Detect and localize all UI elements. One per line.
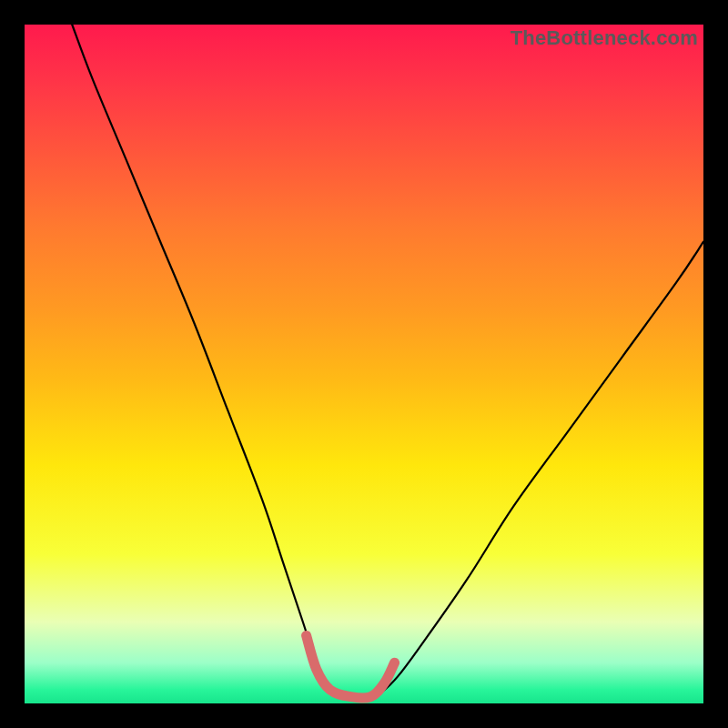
chart-frame: TheBottleneck.com [0,0,728,728]
bottleneck-curve [25,25,703,703]
curve-main-path [72,25,703,698]
plot-area: TheBottleneck.com [25,25,703,703]
curve-accent-path [307,635,395,698]
